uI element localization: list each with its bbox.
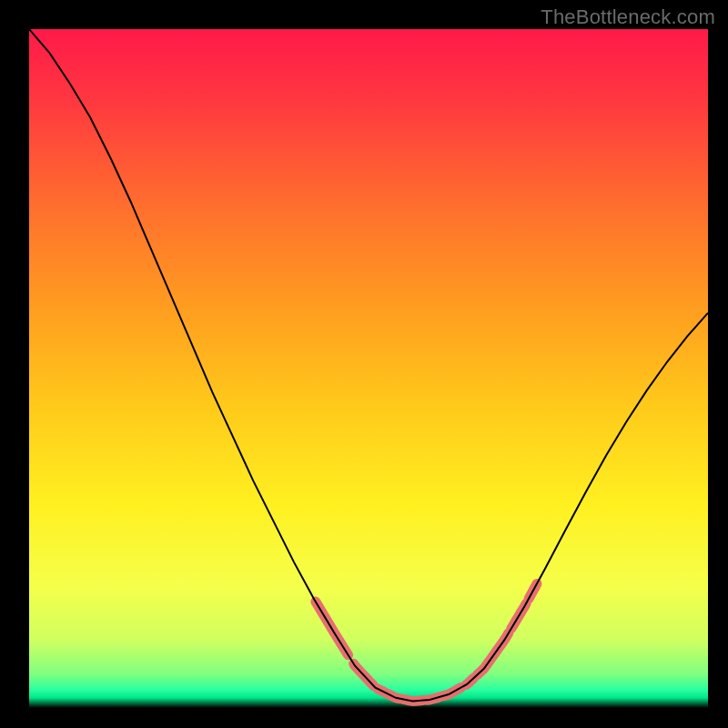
gradient-background <box>29 29 708 708</box>
chart-svg <box>29 29 708 708</box>
plot-area <box>29 29 708 708</box>
chart-container: TheBottleneck.com <box>0 0 728 728</box>
watermark-text: TheBottleneck.com <box>541 5 715 29</box>
